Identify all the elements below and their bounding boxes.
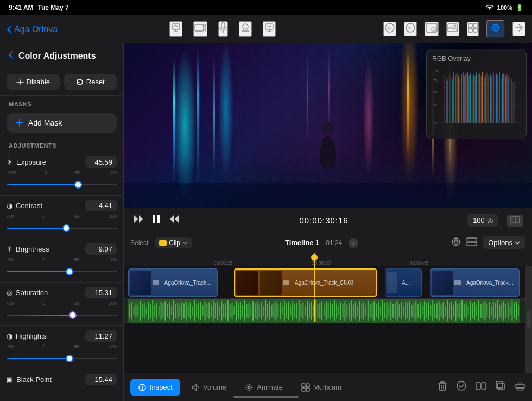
svg-rect-252 xyxy=(470,301,471,321)
stamp-button[interactable] xyxy=(239,21,252,37)
back-button[interactable]: Aga Orlova xyxy=(7,24,58,34)
disable-button[interactable]: Disable xyxy=(7,74,60,90)
svg-rect-184 xyxy=(327,303,328,318)
add-mask-button[interactable]: Add Mask xyxy=(7,113,117,133)
blackpoint-value[interactable] xyxy=(85,374,117,385)
svg-rect-122 xyxy=(198,303,199,319)
svg-rect-144 xyxy=(244,300,245,321)
brightness-slider[interactable] xyxy=(7,266,117,278)
svg-rect-271 xyxy=(509,306,510,315)
options-button[interactable]: Options xyxy=(483,236,525,249)
svg-rect-280 xyxy=(306,384,309,387)
view-toggle-button[interactable] xyxy=(507,215,523,227)
animate-tab[interactable]: Animate xyxy=(237,379,290,396)
rewind-button[interactable] xyxy=(132,215,143,226)
svg-rect-245 xyxy=(455,301,456,321)
svg-rect-236 xyxy=(436,303,437,319)
svg-rect-129 xyxy=(212,300,213,321)
clip-icon xyxy=(159,240,167,246)
top-toolbar: Aga Orlova xyxy=(0,15,532,43)
mic-button[interactable] xyxy=(218,21,228,37)
volume-tab[interactable]: Volume xyxy=(183,379,234,396)
video-clip-1[interactable]: AgaOrlova_Track_Wid... xyxy=(128,268,218,297)
tracks-button[interactable] xyxy=(466,237,477,248)
multicam-tab[interactable]: Multicam xyxy=(294,379,349,396)
svg-rect-200 xyxy=(361,303,362,318)
svg-rect-164 xyxy=(286,303,287,318)
camera-button[interactable] xyxy=(193,21,207,37)
highlights-slider[interactable] xyxy=(7,353,117,365)
inspect-tab[interactable]: Inspect xyxy=(130,379,180,396)
reset-label: Reset xyxy=(86,78,105,86)
rewind-button[interactable]: ⟲ xyxy=(383,22,396,36)
svg-rect-228 xyxy=(420,302,421,319)
inspect-label: Inspect xyxy=(150,383,173,391)
exposure-icon: ☀ xyxy=(7,158,13,166)
clip-selector[interactable]: Clip xyxy=(155,237,192,248)
export-up-button[interactable] xyxy=(169,21,182,37)
svg-rect-102 xyxy=(156,303,157,319)
svg-rect-89 xyxy=(129,304,130,317)
contrast-slider[interactable] xyxy=(7,222,117,234)
svg-rect-206 xyxy=(373,301,375,321)
zoom-display: 100 % xyxy=(467,214,498,227)
export-down-button[interactable] xyxy=(263,21,276,37)
svg-rect-270 xyxy=(507,302,508,319)
pip-button[interactable] xyxy=(425,22,439,36)
svg-rect-208 xyxy=(378,302,379,319)
exposure-value[interactable]: 45.59 xyxy=(85,156,117,168)
reset-button[interactable]: Reset xyxy=(64,74,117,90)
svg-rect-211 xyxy=(384,303,385,318)
saturation-slider[interactable] xyxy=(7,309,117,321)
highlights-value[interactable] xyxy=(85,330,117,342)
checkmark-button[interactable] xyxy=(456,380,467,394)
disable-label: Disable xyxy=(27,78,50,86)
trash-button[interactable] xyxy=(438,380,447,394)
svg-rect-255 xyxy=(476,305,477,316)
brightness-value[interactable] xyxy=(85,243,117,255)
svg-rect-93 xyxy=(137,305,138,316)
svg-rect-158 xyxy=(273,303,274,319)
status-time: 9:41 AM xyxy=(9,4,34,11)
video-clip-3[interactable]: A... xyxy=(385,268,422,297)
video-clip-4[interactable]: AgaOrlova_Track_WideO... xyxy=(430,268,520,297)
grid-button[interactable] xyxy=(467,22,479,36)
video-clip-2[interactable]: AgaOrlova_Track_CU03 xyxy=(234,268,377,297)
svg-rect-117 xyxy=(187,305,188,317)
split-button[interactable] xyxy=(476,381,486,393)
forward-button[interactable]: ⟳ xyxy=(404,22,417,36)
exposure-slider[interactable] xyxy=(7,179,117,191)
svg-rect-134 xyxy=(223,304,224,318)
svg-rect-143 xyxy=(242,305,243,317)
color-match-button[interactable] xyxy=(451,237,461,249)
timeline-scrollbar[interactable] xyxy=(525,266,532,373)
saturation-value[interactable] xyxy=(85,287,117,298)
saturation-slider-labels: -50050100 xyxy=(7,300,117,306)
duplicate-button[interactable] xyxy=(495,380,506,394)
contrast-adjustment: ◑ Contrast -50050100 xyxy=(0,196,123,239)
svg-rect-173 xyxy=(305,306,306,316)
contrast-value[interactable] xyxy=(85,200,117,211)
effects-button[interactable] xyxy=(486,20,505,39)
detach-button[interactable] xyxy=(515,380,525,394)
svg-rect-132 xyxy=(219,306,220,316)
svg-rect-203 xyxy=(367,300,368,321)
svg-rect-254 xyxy=(474,302,475,320)
svg-rect-146 xyxy=(248,303,249,319)
svg-rect-214 xyxy=(390,301,391,321)
svg-rect-165 xyxy=(288,302,289,320)
fast-forward-button[interactable] xyxy=(169,215,180,226)
panel-back-button[interactable] xyxy=(9,50,13,61)
svg-rect-95 xyxy=(142,304,143,317)
ruler-mark-15: 00:00:15 xyxy=(213,257,232,266)
info-button[interactable]: i xyxy=(349,238,358,248)
photo-button[interactable] xyxy=(446,22,459,36)
saturation-label: Saturation xyxy=(16,289,48,297)
svg-text:75: 75 xyxy=(433,79,438,83)
more-button[interactable] xyxy=(512,22,525,36)
scrollbar-handle xyxy=(527,311,531,328)
svg-rect-16 xyxy=(473,28,477,32)
rgb-overlay-panel: RGB Overlay 120 75 50 25 -20 xyxy=(426,49,527,139)
bottom-bar: Inspect Volume Animate xyxy=(124,373,532,401)
pause-button[interactable] xyxy=(152,214,161,227)
